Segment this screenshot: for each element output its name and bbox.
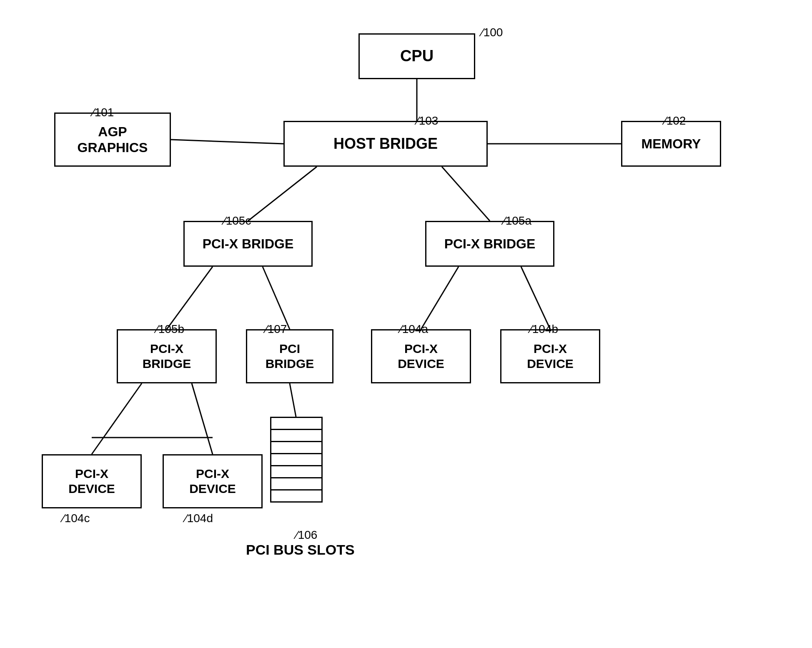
memory-node: MEMORY [621,121,721,167]
pci-bridge-node: PCIBRIDGE [246,329,333,383]
pcix-bridge-b-node: PCI-XBRIDGE [117,329,217,383]
ref-103: ∕103 [417,114,438,128]
ref-104a: ∕104a [400,323,428,336]
svg-line-8 [521,267,550,329]
pcix-device-a-node: PCI-XDEVICE [371,329,471,383]
svg-line-7 [421,267,459,329]
ref-104c: ∕104c [63,512,90,525]
svg-line-1 [171,140,283,144]
ref-104d: ∕104d [185,512,213,525]
pcix-device-b-node: PCI-XDEVICE [500,329,600,383]
agp-graphics-node: AGPGRAPHICS [54,113,171,167]
svg-line-4 [442,167,490,221]
cpu-node: CPU [358,33,475,79]
svg-line-3 [248,167,317,221]
pcix-device-d-node: PCI-XDEVICE [163,454,263,508]
ref-105b: ∕105b [156,323,184,336]
ref-104b: ∕104b [530,323,558,336]
svg-line-5 [167,267,213,329]
pcix-bridge-c-node: PCI-X BRIDGE [183,221,313,267]
svg-line-6 [263,267,290,329]
ref-102: ∕102 [664,114,686,128]
ref-100: ∕100 [481,26,503,39]
pcix-device-c-node: PCI-XDEVICE [42,454,142,508]
ref-107: ∕107 [266,323,287,336]
pci-bus-slots-label: PCI BUS SLOTS [246,542,355,558]
diagram: CPU ∕100 AGPGRAPHICS ∕101 HOST BRIDGE ∕1… [0,0,812,648]
host-bridge-node: HOST BRIDGE [283,121,488,167]
ref-105c: ∕105c [224,214,251,228]
pcix-bridge-a-node: PCI-X BRIDGE [425,221,554,267]
ref-106: ∕106 [296,528,317,542]
ref-101: ∕101 [93,106,114,119]
ref-105a: ∕105a [504,214,531,228]
svg-line-12 [290,383,296,417]
svg-line-10 [192,383,213,454]
svg-line-9 [92,383,142,454]
pci-bus-slots [270,417,323,501]
